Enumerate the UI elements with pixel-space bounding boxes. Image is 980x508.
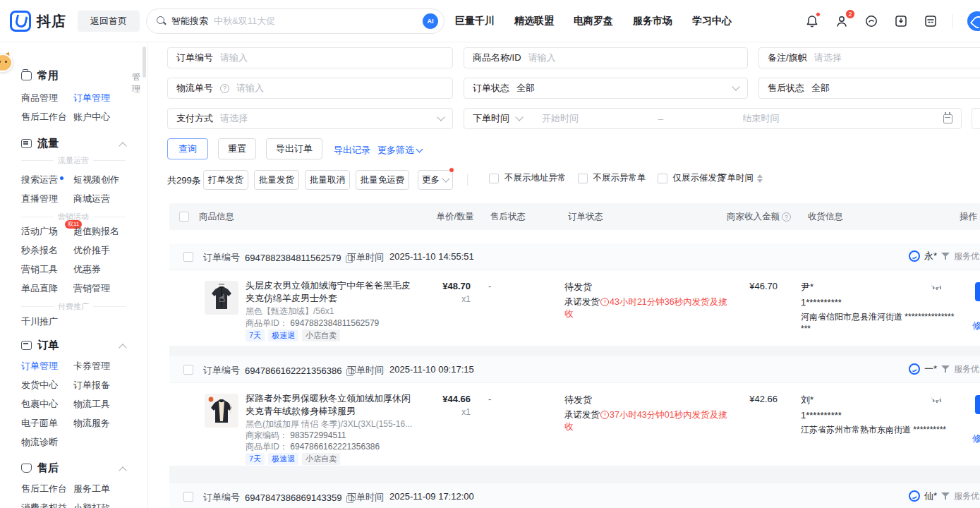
feige-icon[interactable] <box>909 363 920 375</box>
product-image[interactable] <box>205 394 238 428</box>
contacts-icon[interactable]: 2 <box>834 13 849 29</box>
filter-order-status[interactable]: 订单状态 全部 <box>464 78 748 99</box>
print-ship-button[interactable]: 打单发货 <box>203 170 248 190</box>
filter-tracking-no[interactable]: 物流单号 ? 请输入 <box>167 78 453 99</box>
filter-aftersale-status[interactable]: 售后状态 全部 <box>758 78 980 99</box>
sidebar-item-order-report[interactable]: 订单报备 <box>73 379 126 392</box>
only-urged-checkbox[interactable] <box>658 174 667 183</box>
sidebar-item-video-create[interactable]: 短视频创作 <box>73 174 126 186</box>
checkbox-label[interactable]: 不展示地址异常 <box>504 172 567 184</box>
ship-button[interactable] <box>975 282 980 301</box>
sidebar-item-super-value[interactable]: 超值购报名 <box>73 225 126 238</box>
nav-service-market[interactable]: 服务市场 <box>633 15 672 28</box>
more-actions-button[interactable]: 更多 <box>418 170 453 190</box>
mascot-pet-widget[interactable] <box>0 52 16 73</box>
sidebar-item-product-manage[interactable]: 商品管理 <box>21 92 73 104</box>
brand-logo[interactable]: 抖店 <box>10 11 66 32</box>
back-home-button[interactable]: 返回首页 <box>78 11 140 32</box>
manage-link[interactable]: 管理 <box>132 71 140 95</box>
ai-badge-icon[interactable]: AI <box>423 13 438 29</box>
buyer-name[interactable]: 永* <box>924 250 937 262</box>
collapse-chevron-icon[interactable] <box>119 142 126 150</box>
storefront-icon[interactable] <box>923 13 938 29</box>
product-title[interactable]: 探路者外套男保暖秋冬立领加绒加厚休闲夹克青年绒款修身棒球服男 <box>246 392 413 418</box>
helpdesk-icon[interactable] <box>864 13 879 29</box>
sidebar-item-order-manage2[interactable]: 订单管理 <box>21 360 73 373</box>
filter-funnel-icon[interactable] <box>941 252 950 260</box>
batch-ship-button[interactable]: 批量发货 <box>254 170 299 190</box>
sidebar-item-flashsale[interactable]: 秒杀报名 <box>21 244 73 257</box>
checkbox-label[interactable]: 不展示异常单 <box>593 172 646 184</box>
sidebar-item-account-center[interactable]: 账户中心 <box>73 111 126 123</box>
order-checkbox[interactable] <box>183 252 193 262</box>
product-title[interactable]: 头层皮衣男立领加绒海宁中年爸爸黑毛皮夹克仿绵羊皮男士外套 <box>246 279 413 305</box>
sidebar-item-aftersale-workbench2[interactable]: 售后工作台 <box>21 483 73 495</box>
modify-address-link[interactable]: 修 <box>972 320 980 332</box>
product-image[interactable]: ☝ <box>205 281 238 315</box>
sidebar-item-activity-plaza[interactable]: 活动广场双11 <box>21 225 73 238</box>
filter-extra-cutoff[interactable] <box>972 108 980 129</box>
sidebar-item-service-ticket[interactable]: 服务工单 <box>73 483 126 495</box>
feige-icon[interactable] <box>909 250 920 262</box>
hide-addr-abnormal-checkbox[interactable] <box>489 174 499 183</box>
sidebar-item-coupon[interactable]: 优惠券 <box>73 263 126 276</box>
sidebar-item-marketing-manage[interactable]: 营销管理 <box>73 282 126 295</box>
sort-order-time[interactable]: 下单时间 <box>718 172 763 184</box>
sidebar-item-logistics-tools[interactable]: 物流工具 <box>73 398 126 411</box>
feige-icon[interactable] <box>909 490 920 502</box>
sidebar-item-search-ops[interactable]: 搜索运营 <box>21 174 73 186</box>
buyer-name[interactable]: 仙* <box>924 490 937 502</box>
sidebar-scrollbar[interactable] <box>143 47 146 78</box>
more-filter-link[interactable]: 更多筛选 <box>377 144 422 157</box>
filter-order-time-range[interactable]: 下单时间 开始时间 – 结束时间 <box>464 108 962 129</box>
nav-learning[interactable]: 学习中心 <box>692 15 732 28</box>
smart-search-input[interactable]: 智能搜索 中秋&双11大促 AI <box>146 8 444 34</box>
info-icon[interactable]: ? <box>782 212 791 222</box>
reset-button[interactable]: 重置 <box>218 138 256 159</box>
collapse-chevron-icon[interactable] <box>119 344 126 351</box>
sidebar-item-aftersale-workbench[interactable]: 售后工作台 <box>21 111 73 123</box>
buyer-name[interactable]: 一* <box>924 363 937 375</box>
sidebar-item-order-manage[interactable]: 订单管理 <box>73 92 126 104</box>
download-icon[interactable] <box>893 13 909 29</box>
eye-off-icon[interactable] <box>931 395 943 402</box>
nav-jingxuan[interactable]: 精选联盟 <box>514 15 554 28</box>
sidebar-item-logistics-diagnosis[interactable]: 物流诊断 <box>21 436 73 449</box>
sidebar-item-price-cut[interactable]: 单品直降 <box>21 282 73 295</box>
sidebar-item-consumer-rights[interactable]: 消费者权益 <box>21 502 73 508</box>
filter-order-no[interactable]: 订单编号 请输入 <box>167 47 453 68</box>
eye-off-icon[interactable] <box>931 282 943 289</box>
sidebar-item-qianchuan-promo[interactable]: 千川推广 <box>21 315 73 328</box>
export-order-button[interactable]: 导出订单 <box>266 138 322 159</box>
select-all-checkbox[interactable] <box>179 212 189 222</box>
sidebar-item-mall-ops[interactable]: 商城运营 <box>73 193 126 205</box>
nav-qianchuan[interactable]: 巨量千川 <box>455 15 495 28</box>
hide-abnormal-checkbox[interactable] <box>578 174 588 183</box>
feige-chat-icon[interactable] <box>967 11 980 31</box>
filter-product[interactable]: 商品名称/ID 请输入 <box>464 47 748 68</box>
calendar-icon[interactable] <box>943 114 952 123</box>
sidebar-item-shipping-center[interactable]: 发货中心 <box>21 379 73 392</box>
modify-address-link[interactable]: 修 <box>972 433 980 445</box>
order-checkbox[interactable] <box>183 492 193 502</box>
sidebar-item-youjia[interactable]: 优价推手 <box>73 244 126 257</box>
order-checkbox[interactable] <box>183 365 193 375</box>
filter-funnel-icon[interactable] <box>941 492 950 500</box>
export-record-link[interactable]: 导出记录 <box>334 144 370 157</box>
filter-remark-flag[interactable]: 备注/旗帜 请选择 <box>758 47 980 68</box>
help-icon[interactable]: ? <box>220 84 229 93</box>
sidebar-item-live-manage[interactable]: 直播管理 <box>21 193 73 205</box>
ship-button[interactable] <box>975 395 980 414</box>
query-button[interactable]: 查询 <box>167 138 208 159</box>
batch-cancel-button[interactable]: 批量取消 <box>305 170 350 190</box>
collapse-chevron-icon[interactable] <box>119 466 126 474</box>
filter-funnel-icon[interactable] <box>941 365 950 373</box>
nav-compass[interactable]: 电商罗盘 <box>574 15 613 28</box>
sidebar-item-package-center[interactable]: 包裹中心 <box>21 398 73 411</box>
notification-bell-icon[interactable] <box>804 13 820 29</box>
sidebar-item-card-coupon[interactable]: 卡券管理 <box>73 360 126 373</box>
filter-pay-method[interactable]: 支付方式 请选择 <box>167 108 453 129</box>
sidebar-item-small-payment[interactable]: 小额打款 <box>73 502 126 508</box>
sidebar-item-marketing-tools[interactable]: 营销工具 <box>21 263 73 276</box>
batch-free-shipping-button[interactable]: 批量免运费 <box>356 170 409 190</box>
